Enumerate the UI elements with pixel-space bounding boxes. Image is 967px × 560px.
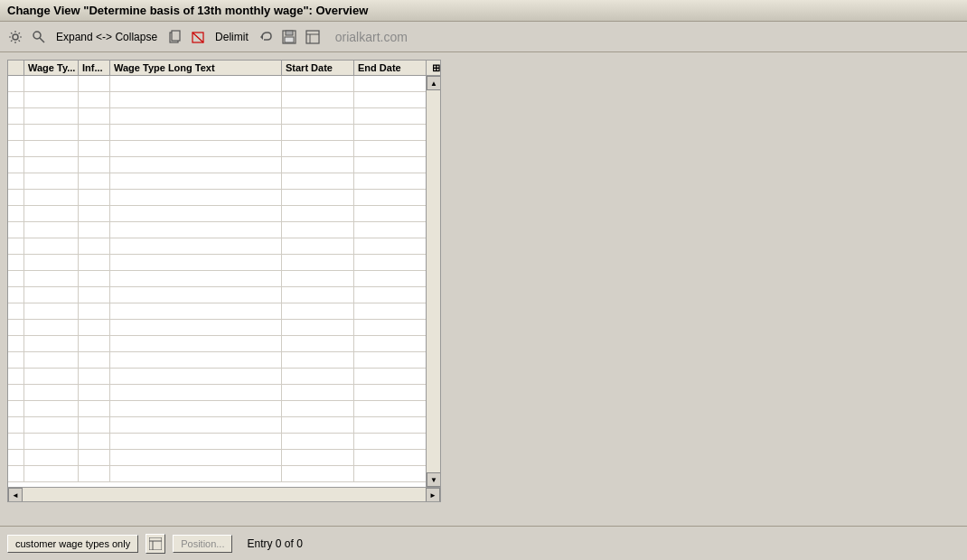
table-row[interactable]: [8, 141, 426, 157]
toolbar-icon-save[interactable]: [279, 27, 299, 47]
table-row[interactable]: [8, 238, 426, 255]
svg-point-1: [33, 32, 41, 39]
th-wage-type: Wage Ty...: [24, 61, 79, 75]
th-row-selector: [8, 61, 24, 75]
table-row[interactable]: [8, 434, 426, 450]
data-table: Wage Ty... Inf... Wage Type Long Text St…: [7, 60, 441, 502]
table-row[interactable]: [8, 303, 426, 320]
table-row[interactable]: [8, 401, 426, 417]
table-row[interactable]: [8, 450, 426, 466]
table-row[interactable]: [8, 287, 426, 303]
toolbar-icon-config2[interactable]: [303, 27, 323, 47]
table-rows: [8, 76, 426, 487]
th-long-text: Wage Type Long Text: [110, 61, 282, 75]
expand-collapse-btn[interactable]: Expand <-> Collapse: [52, 29, 161, 45]
bottom-bar: customer wage types only Position... Ent…: [0, 526, 967, 560]
table-row[interactable]: [8, 108, 426, 125]
table-row[interactable]: [8, 385, 426, 401]
svg-line-2: [40, 38, 44, 42]
table-row[interactable]: [8, 190, 426, 206]
vertical-scrollbar: ▲ ▼: [426, 76, 440, 487]
table-row[interactable]: [8, 320, 426, 336]
main-content: Wage Ty... Inf... Wage Type Long Text St…: [0, 52, 967, 509]
toolbar-icon-search[interactable]: [29, 27, 49, 47]
table-row[interactable]: [8, 222, 426, 238]
table-row[interactable]: [8, 255, 426, 271]
toolbar: Expand <-> Collapse Delimit: [0, 22, 967, 52]
table-row[interactable]: [8, 125, 426, 141]
position-btn[interactable]: Position...: [173, 535, 232, 553]
th-end-date: End Date: [354, 61, 427, 75]
table-row[interactable]: [8, 417, 426, 434]
scroll-right-btn[interactable]: ►: [426, 488, 440, 502]
entry-count: Entry 0 of 0: [247, 537, 302, 550]
svg-rect-4: [172, 31, 180, 41]
th-config-icon[interactable]: ⊞: [427, 61, 441, 75]
table-row[interactable]: [8, 157, 426, 173]
table-row[interactable]: [8, 206, 426, 222]
table-row[interactable]: [8, 92, 426, 108]
toolbar-icon-copy[interactable]: [164, 27, 184, 47]
th-inf: Inf...: [79, 61, 110, 75]
svg-rect-8: [286, 31, 293, 35]
svg-rect-13: [149, 537, 162, 550]
svg-rect-10: [306, 31, 319, 43]
table-row[interactable]: [8, 336, 426, 352]
th-start-date: Start Date: [282, 61, 354, 75]
title-bar: Change View "Determine basis of 13th mon…: [0, 0, 967, 22]
scroll-down-btn[interactable]: ▼: [427, 472, 440, 487]
scroll-track[interactable]: [427, 90, 440, 472]
horizontal-scrollbar: ◄ ►: [8, 487, 440, 501]
expand-collapse-label: Expand <-> Collapse: [56, 31, 157, 43]
scroll-up-btn[interactable]: ▲: [427, 76, 440, 90]
table-body: ▲ ▼: [8, 76, 440, 487]
table-header: Wage Ty... Inf... Wage Type Long Text St…: [8, 61, 440, 76]
window-title: Change View "Determine basis of 13th mon…: [7, 4, 368, 17]
toolbar-icon-delete[interactable]: [188, 27, 208, 47]
table-row[interactable]: [8, 76, 426, 92]
delimit-label: Delimit: [215, 31, 249, 43]
watermark: orialkart.com: [335, 30, 408, 44]
customer-wage-types-btn[interactable]: customer wage types only: [7, 535, 138, 553]
table-row[interactable]: [8, 369, 426, 385]
table-row[interactable]: [8, 271, 426, 287]
svg-line-6: [192, 33, 203, 42]
table-row[interactable]: [8, 173, 426, 190]
table-row[interactable]: [8, 466, 426, 482]
toolbar-icon-settings[interactable]: [5, 27, 25, 47]
h-scroll-track[interactable]: [23, 488, 426, 501]
delimit-btn[interactable]: Delimit: [211, 29, 252, 45]
table-settings-icon[interactable]: [146, 534, 165, 554]
toolbar-icon-undo[interactable]: [256, 27, 276, 47]
table-row[interactable]: [8, 352, 426, 369]
svg-point-0: [13, 34, 18, 40]
svg-rect-9: [285, 37, 294, 42]
scroll-left-btn[interactable]: ◄: [8, 488, 23, 502]
